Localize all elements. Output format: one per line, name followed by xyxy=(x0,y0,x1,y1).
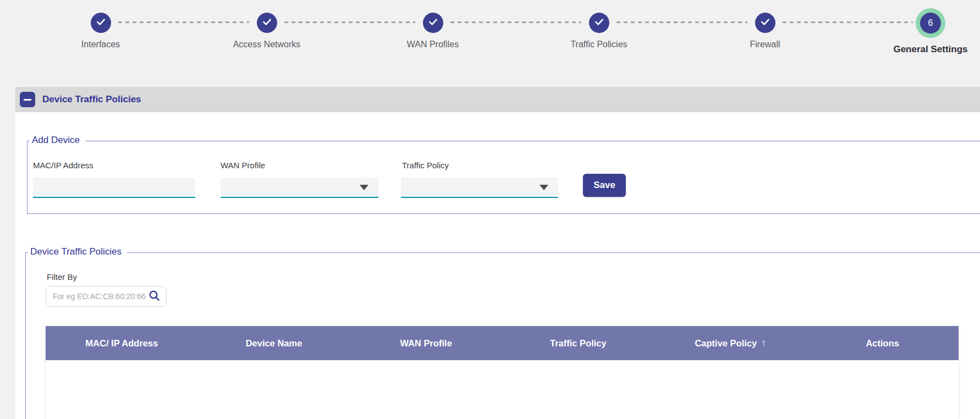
column-header-label: Captive Policy xyxy=(695,338,757,349)
check-icon xyxy=(593,16,605,30)
table-header-row: MAC/ IP Address Device Name WAN Profile … xyxy=(46,326,959,360)
column-header-traffic-policy[interactable]: Traffic Policy xyxy=(502,326,654,360)
mac-ip-address-label: MAC/IP Address xyxy=(33,161,93,170)
stepper-connector xyxy=(783,21,913,23)
search-button[interactable] xyxy=(147,289,166,304)
stepper-connector xyxy=(616,21,747,23)
minus-icon xyxy=(24,99,31,101)
section-title: Device Traffic Policies xyxy=(42,94,141,105)
stepper-connector xyxy=(450,21,581,23)
step-number-badge: 6 xyxy=(920,13,941,34)
device-traffic-policies-page: Interfaces Access Networks WAN Profiles … xyxy=(0,0,980,419)
chevron-down-icon xyxy=(360,185,368,190)
sort-asc-icon[interactable]: ↑ xyxy=(761,338,766,349)
stepper-connector xyxy=(284,21,415,23)
step-interfaces-circle[interactable] xyxy=(91,13,111,33)
step-access-networks-circle[interactable] xyxy=(257,13,277,33)
check-icon xyxy=(261,16,273,30)
step-general-settings-label: General Settings xyxy=(876,44,980,55)
column-header-device-name[interactable]: Device Name xyxy=(198,326,350,360)
table-body-empty xyxy=(46,360,959,419)
step-interfaces-label: Interfaces xyxy=(46,40,156,49)
collapse-section-button[interactable] xyxy=(20,92,35,107)
stepper-connector xyxy=(118,21,249,23)
step-firewall-label: Firewall xyxy=(710,40,820,49)
column-header-label: Actions xyxy=(866,338,899,349)
column-header-captive-policy[interactable]: Captive Policy ↑ xyxy=(654,326,807,360)
step-wan-profiles-label: WAN Profiles xyxy=(378,40,488,49)
step-traffic-policies-circle[interactable] xyxy=(589,13,609,33)
column-header-label: Device Name xyxy=(246,338,302,349)
device-policies-table: MAC/ IP Address Device Name WAN Profile … xyxy=(46,326,959,419)
step-firewall-circle[interactable] xyxy=(755,13,775,33)
column-header-wan-profile[interactable]: WAN Profile xyxy=(350,326,502,360)
filter-input[interactable] xyxy=(53,292,147,301)
step-general-settings-circle[interactable]: 6 xyxy=(916,8,945,38)
add-device-legend: Add Device xyxy=(30,135,85,146)
traffic-policy-select[interactable] xyxy=(401,178,558,198)
column-header-actions[interactable]: Actions xyxy=(806,326,959,360)
column-header-mac-ip[interactable]: MAC/ IP Address xyxy=(46,326,198,360)
wan-profile-select[interactable] xyxy=(221,178,378,198)
traffic-policy-label: Traffic Policy xyxy=(402,161,449,170)
check-icon xyxy=(759,16,771,30)
filter-by-label: Filter By xyxy=(47,272,77,282)
column-header-label: MAC/ IP Address xyxy=(85,338,158,349)
section-header-bar: Device Traffic Policies xyxy=(15,87,980,112)
filter-input-container xyxy=(46,286,167,307)
check-icon xyxy=(95,16,107,30)
step-access-networks-label: Access Networks xyxy=(212,40,322,49)
step-wan-profiles-circle[interactable] xyxy=(423,13,443,33)
search-icon xyxy=(148,289,161,304)
check-icon xyxy=(427,16,439,30)
step-traffic-policies-label: Traffic Policies xyxy=(544,40,654,49)
device-policies-legend: Device Traffic Policies xyxy=(28,246,127,257)
column-header-label: Traffic Policy xyxy=(550,338,607,349)
mac-ip-address-input[interactable] xyxy=(33,178,195,198)
column-header-label: WAN Profile xyxy=(400,338,452,349)
chevron-down-icon xyxy=(539,185,548,190)
save-button[interactable]: Save xyxy=(583,174,626,197)
wan-profile-label: WAN Profile xyxy=(221,161,265,170)
